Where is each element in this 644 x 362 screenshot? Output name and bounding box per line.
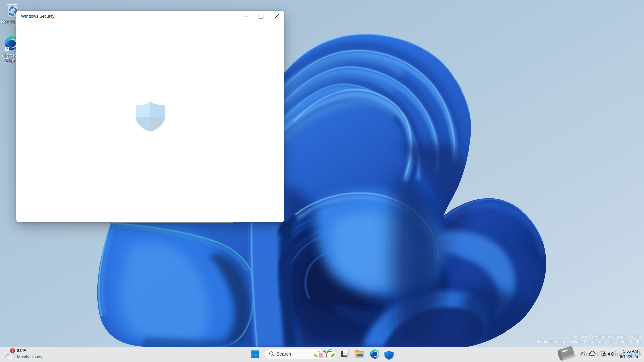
svg-text:4: 4 [12, 349, 14, 353]
